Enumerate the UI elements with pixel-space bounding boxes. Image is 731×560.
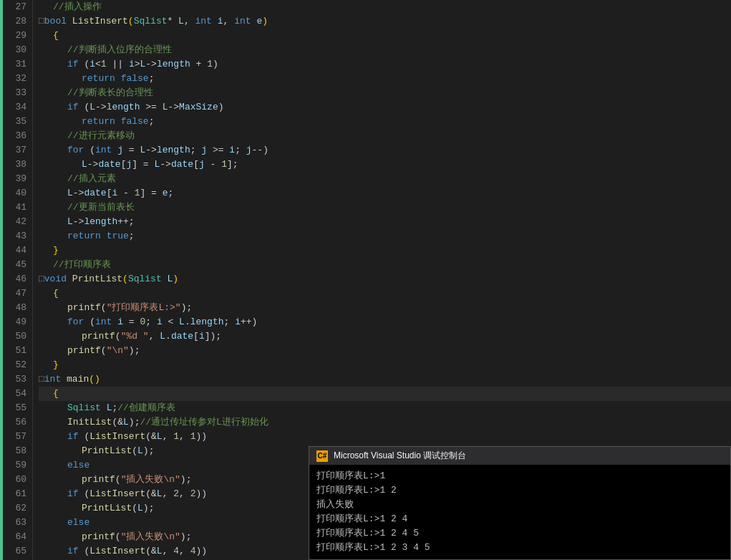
line-num-61: 61 — [10, 487, 26, 501]
line-num-58: 58 — [10, 444, 26, 458]
code-line-57: if (ListInsert(&L, 1, 1)) — [39, 430, 731, 444]
code-line-47: { — [39, 286, 731, 301]
line-num-54: 54 — [10, 387, 26, 401]
console-window[interactable]: C# Microsoft Visual Studio 调试控制台 打印顺序表L:… — [309, 446, 731, 560]
code-line-36: //进行元素移动 — [39, 129, 731, 143]
line-num-35: 35 — [10, 115, 26, 129]
code-line-54: { — [39, 387, 731, 401]
code-line-38: L->date[j] = L->date[j - 1]; — [39, 158, 731, 172]
console-title: Microsoft Visual Studio 调试控制台 — [334, 450, 466, 462]
code-line-46: □void PrintList(Sqlist L) — [39, 272, 731, 286]
code-line-34: if (L->length >= L->MaxSize) — [39, 100, 731, 115]
line-num-64: 64 — [10, 530, 26, 544]
code-line-55: Sqlist L;//创建顺序表 — [39, 401, 731, 415]
code-line-50: printf("%d ", L.date[i]); — [39, 329, 731, 344]
code-line-53: □int main() — [39, 372, 731, 387]
line-num-55: 55 — [10, 401, 26, 415]
code-line-28: □bool ListInsert(Sqlist* L, int i, int e… — [39, 14, 731, 29]
code-line-35: return false; — [39, 115, 731, 129]
line-num-30: 30 — [10, 43, 26, 57]
code-line-32: return false; — [39, 72, 731, 86]
code-line-29: { — [39, 29, 731, 43]
code-line-33: //判断表长的合理性 — [39, 86, 731, 100]
line-num-62: 62 — [10, 501, 26, 516]
line-num-40: 40 — [10, 186, 26, 201]
console-line-5: 打印顺序表L:>1 2 4 5 — [316, 526, 723, 541]
line-num-28: 28 — [10, 14, 26, 29]
line-num-37: 37 — [10, 143, 26, 158]
line-num-27: 27 — [10, 0, 26, 14]
line-num-53: 53 — [10, 372, 26, 387]
line-num-32: 32 — [10, 72, 26, 86]
code-line-42: L->length++; — [39, 215, 731, 229]
line-num-49: 49 — [10, 315, 26, 329]
collapse-icon-53[interactable]: □ — [39, 372, 44, 387]
console-line-1: 打印顺序表L:>1 — [316, 469, 723, 483]
console-output: 打印顺序表L:>1 打印顺序表L:>1 2 插入失败 打印顺序表L:>1 2 4… — [309, 465, 730, 559]
line-num-33: 33 — [10, 86, 26, 100]
console-line-2: 打印顺序表L:>1 2 — [316, 483, 723, 498]
console-line-6: 打印顺序表L:>1 2 3 4 5 — [316, 541, 723, 555]
line-num-31: 31 — [10, 57, 26, 72]
line-num-51: 51 — [10, 344, 26, 358]
collapse-icon-46[interactable]: □ — [39, 272, 44, 286]
line-num-43: 43 — [10, 229, 26, 243]
line-num-29: 29 — [10, 29, 26, 43]
code-line-37: for (int j = L->length; j >= i; j--) — [39, 143, 731, 158]
line-num-45: 45 — [10, 258, 26, 272]
line-num-34: 34 — [10, 100, 26, 115]
line-num-36: 36 — [10, 129, 26, 143]
console-titlebar: C# Microsoft Visual Studio 调试控制台 — [309, 447, 730, 465]
line-num-63: 63 — [10, 516, 26, 530]
line-num-56: 56 — [10, 415, 26, 430]
code-line-45: //打印顺序表 — [39, 258, 731, 272]
code-line-51: printf("\n"); — [39, 344, 731, 358]
line-num-47: 47 — [10, 286, 26, 301]
code-line-49: for (int i = 0; i < L.length; i++) — [39, 315, 731, 329]
line-num-44: 44 — [10, 243, 26, 258]
line-num-41: 41 — [10, 201, 26, 215]
line-num-52: 52 — [10, 358, 26, 372]
code-line-43: return true; — [39, 229, 731, 243]
console-app-icon: C# — [316, 450, 328, 462]
collapse-icon-28[interactable]: □ — [39, 14, 44, 29]
code-line-56: InitList(&L);//通过传址传参对L进行初始化 — [39, 415, 731, 430]
line-num-38: 38 — [10, 158, 26, 172]
code-line-52: } — [39, 358, 731, 372]
code-line-48: printf("打印顺序表L:>"); — [39, 301, 731, 315]
line-num-57: 57 — [10, 430, 26, 444]
console-line-4: 打印顺序表L:>1 2 4 — [316, 512, 723, 526]
line-num-48: 48 — [10, 301, 26, 315]
line-num-65: 65 — [10, 544, 26, 559]
console-line-3: 插入失败 — [316, 498, 723, 512]
code-line-27: //插入操作 — [39, 0, 731, 14]
left-indicator — [0, 0, 3, 560]
line-num-50: 50 — [10, 329, 26, 344]
line-num-59: 59 — [10, 458, 26, 473]
code-line-31: if (i<1 || i>L->length + 1) — [39, 57, 731, 72]
line-num-39: 39 — [10, 172, 26, 186]
line-num-42: 42 — [10, 215, 26, 229]
code-line-40: L->date[i - 1] = e; — [39, 186, 731, 201]
code-line-44: } — [39, 243, 731, 258]
code-line-30: //判断插入位序的合理性 — [39, 43, 731, 57]
line-numbers: 27 28 29 30 31 32 33 34 35 36 37 38 39 4… — [4, 0, 33, 560]
code-line-39: //插入元素 — [39, 172, 731, 186]
editor-container: 27 28 29 30 31 32 33 34 35 36 37 38 39 4… — [0, 0, 731, 560]
line-num-60: 60 — [10, 473, 26, 487]
line-num-46: 46 — [10, 272, 26, 286]
code-line-41: //更新当前表长 — [39, 201, 731, 215]
